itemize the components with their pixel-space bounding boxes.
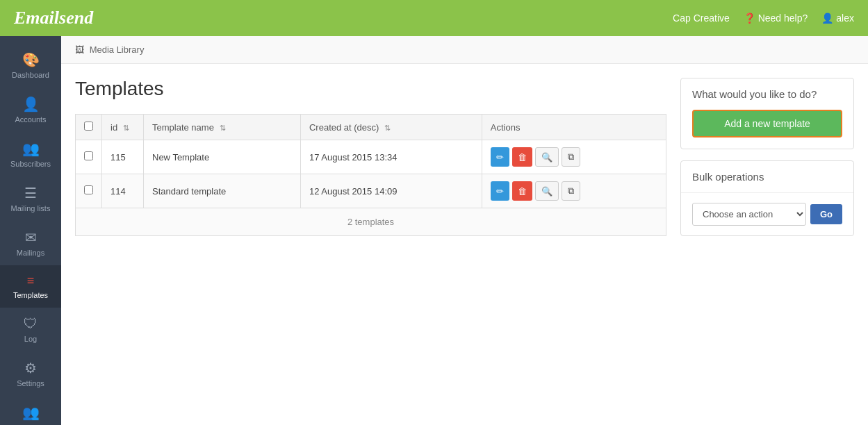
bulk-action-select[interactable]: Choose an action Delete selected [692,203,806,226]
row-id: 114 [102,174,144,208]
main-content: 🖼 Media Library Templates id ⇅ [61,36,868,425]
page-content: Templates id ⇅ Template na [61,64,868,261]
page-title: Templates [75,78,666,100]
bulk-ops-panel: Bulk operations Choose an action Delete … [680,160,854,236]
bulk-ops-title: Bulk operations [681,161,853,193]
col-template-name: Template name ⇅ [144,115,301,140]
row-template-name: Standard template [144,174,301,208]
sidebar-item-mailing-lists[interactable]: ☰ Mailing lists [0,176,61,221]
sidebar-item-log[interactable]: 🛡 Log [0,308,61,351]
sidebar: 🎨 Dashboard 👤 Accounts 👥 Subscribers ☰ M… [0,36,61,425]
sidebar-item-mailings[interactable]: ✉ Mailings [0,221,61,265]
log-icon: 🛡 [24,316,38,332]
copy-button-1[interactable]: ⧉ [562,181,580,201]
sidebar-label-log: Log [24,335,37,343]
id-sort-icon[interactable]: ⇅ [123,124,129,132]
username: alex [836,12,854,24]
help-label: Need help? [758,12,808,24]
sidebar-label-settings: Settings [17,379,44,388]
right-panel: What would you like to do? Add a new tem… [680,78,854,247]
add-template-panel: What would you like to do? Add a new tem… [680,78,854,149]
row-actions: ✏ 🗑 🔍 ⧉ [482,174,666,208]
breadcrumb: 🖼 Media Library [61,36,868,64]
main-area: Templates id ⇅ Template na [75,78,666,247]
delete-button-0[interactable]: 🗑 [512,147,532,167]
subscribers-icon: 👥 [22,140,40,157]
sidebar-item-subscribers[interactable]: 👥 Subscribers [0,132,61,176]
bulk-ops-body: Choose an action Delete selected Go [681,193,853,235]
row-checkbox-cell [76,174,102,208]
sidebar-label-accounts: Accounts [15,115,46,124]
bulk-go-button[interactable]: Go [810,204,842,224]
sidebar-label-mailings: Mailings [17,249,44,257]
delete-button-1[interactable]: 🗑 [512,181,532,201]
accounts-icon: 👤 [22,96,40,112]
select-all-checkbox[interactable] [84,122,93,131]
col-actions: Actions [482,115,666,140]
dashboard-icon: 🎨 [22,51,40,68]
sidebar-label-mailing-lists: Mailing lists [11,204,51,212]
sidebar-label-templates: Templates [13,291,48,299]
templates-table: id ⇅ Template name ⇅ Created at (desc) ⇅ [75,114,666,208]
row-checkbox-1[interactable] [84,185,93,194]
help-icon: ❓ [744,12,755,24]
edit-button-0[interactable]: ✏ [491,147,509,167]
row-actions: ✏ 🗑 🔍 ⧉ [482,140,666,174]
template-name-sort-icon[interactable]: ⇅ [220,124,226,132]
app-brand[interactable]: Emailsend [14,8,93,28]
table-footer: 2 templates [75,208,666,236]
add-template-button[interactable]: Add a new template [692,110,842,138]
col-checkbox [76,115,102,140]
what-to-do-title: What would you like to do? [681,78,853,110]
user-icon: 👤 [821,12,833,24]
sidebar-item-templates[interactable]: ≡ Templates [0,265,61,308]
breadcrumb-label: Media Library [90,44,145,55]
breadcrumb-icon: 🖼 [75,44,84,55]
view-button-0[interactable]: 🔍 [535,147,559,167]
settings-icon: ⚙ [24,360,37,376]
help-link[interactable]: ❓ Need help? [744,12,808,24]
created-at-sort-icon[interactable]: ⇅ [384,124,391,132]
users-icon: 👥 [22,404,40,421]
sidebar-item-accounts[interactable]: 👤 Accounts [0,88,61,132]
navbar-right: Cap Creative ❓ Need help? 👤 alex [673,12,854,24]
col-id: id ⇅ [102,115,144,140]
mailing-lists-icon: ☰ [24,185,37,201]
table-row: 115 New Template 17 August 2015 13:34 ✏ … [76,140,666,174]
user-menu[interactable]: 👤 alex [821,12,854,24]
add-template-body: Add a new template [681,110,853,149]
row-checkbox-cell [76,140,102,174]
row-id: 115 [102,140,144,174]
sidebar-item-users[interactable]: 👥 Users [0,396,61,425]
sidebar-item-dashboard[interactable]: 🎨 Dashboard [0,43,61,88]
row-template-name: New Template [144,140,301,174]
sidebar-label-dashboard: Dashboard [12,71,49,79]
col-created-at: Created at (desc) ⇅ [300,115,482,140]
view-button-1[interactable]: 🔍 [535,181,559,201]
row-created-at: 12 August 2015 14:09 [300,174,482,208]
mailings-icon: ✉ [25,229,37,246]
edit-button-1[interactable]: ✏ [491,181,509,201]
company-name: Cap Creative [673,12,730,24]
table-row: 114 Standard template 12 August 2015 14:… [76,174,666,208]
row-created-at: 17 August 2015 13:34 [300,140,482,174]
row-checkbox-0[interactable] [84,151,93,160]
copy-button-0[interactable]: ⧉ [562,147,580,167]
sidebar-label-subscribers: Subscribers [10,160,51,168]
templates-icon: ≡ [27,274,35,288]
navbar: Emailsend Cap Creative ❓ Need help? 👤 al… [0,0,868,36]
sidebar-item-settings[interactable]: ⚙ Settings [0,351,61,396]
